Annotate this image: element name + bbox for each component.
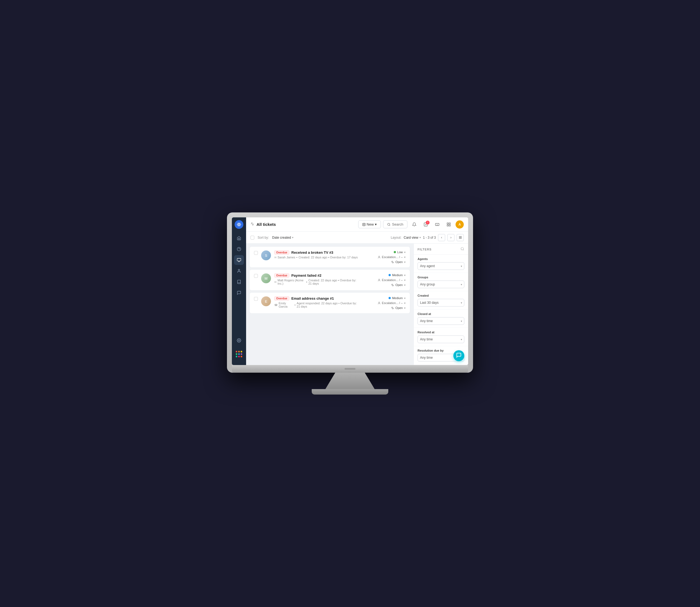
escalation-button[interactable]: Escalation... / -- ▾ (378, 278, 405, 281)
filter-agents-select[interactable]: Any agent (418, 262, 464, 270)
sidebar (232, 217, 246, 365)
overdue-badge: Overdue (274, 250, 289, 255)
filter-created-select[interactable]: Last 30 days (418, 299, 464, 307)
priority-label: Medium (392, 273, 403, 277)
ticket-checkbox[interactable] (254, 297, 258, 301)
app-dot[interactable] (241, 351, 242, 352)
sort-label: Sort by: (258, 236, 269, 239)
ticket-meta: ☎ Emily Garcia • Agent responded: 22 day… (274, 301, 359, 308)
status-button[interactable]: Open ▾ (391, 283, 405, 287)
svg-rect-3 (237, 258, 241, 261)
filter-closed-wrapper: Any time (418, 317, 464, 325)
escalation-label: Escalation... / -- (382, 278, 403, 281)
status-button[interactable]: Open ▾ (391, 260, 405, 264)
priority-chevron-icon: ▾ (404, 297, 405, 300)
app-logo[interactable] (235, 220, 243, 229)
app-dot[interactable] (241, 353, 242, 355)
ticket-meta-separator: • (295, 303, 296, 307)
svg-rect-16 (447, 225, 448, 226)
select-all-checkbox[interactable] (251, 236, 254, 239)
filter-created-wrapper: Last 30 days (418, 299, 464, 307)
ticket-header: Overdue Received a broken TV #3 (274, 250, 359, 255)
escalation-button[interactable]: Escalation... / -- ▾ (378, 301, 405, 305)
sort-button[interactable]: Date created ▾ (272, 236, 293, 239)
keyboard-button[interactable] (432, 220, 442, 229)
escalation-chevron-icon: ▾ (404, 279, 405, 281)
filter-agents-wrapper: Any agent (418, 262, 464, 270)
sidebar-item-settings[interactable] (234, 335, 244, 346)
filter-agents-group: Agents Any agent (414, 255, 468, 273)
next-page-button[interactable] (447, 234, 454, 241)
monitor-stand (325, 373, 375, 389)
escalation-chevron-icon: ▾ (404, 301, 405, 305)
apps-button[interactable] (444, 220, 453, 229)
status-button[interactable]: Open ▾ (391, 306, 405, 310)
filter-resolved-select[interactable]: Any time (418, 335, 464, 343)
layout-button[interactable]: Card view ▾ (404, 236, 421, 239)
status-label: Open (396, 306, 403, 310)
sidebar-item-help[interactable] (234, 244, 244, 254)
filter-search-button[interactable] (461, 247, 464, 252)
tasks-button[interactable]: 7 (421, 220, 430, 229)
ticket-checkbox[interactable] (254, 251, 258, 255)
sidebar-item-tickets[interactable] (234, 255, 244, 265)
priority-chevron-icon: ▾ (404, 251, 405, 254)
app-dot[interactable] (236, 351, 237, 352)
ticket-card[interactable]: M Overdue Payment failed #2 ✉ Matt Roger… (249, 269, 410, 291)
grid-view-button[interactable] (457, 234, 464, 241)
ticket-header: Overdue Payment failed #2 (274, 273, 359, 277)
ticket-customer: Emily Garcia (279, 301, 293, 308)
ticket-avatar: E (261, 296, 271, 306)
priority-button[interactable]: Low ▾ (394, 250, 405, 254)
svg-point-23 (378, 279, 380, 280)
svg-rect-15 (449, 223, 450, 224)
sidebar-item-conversations[interactable] (234, 288, 244, 298)
filter-resolved-label: Resolved at (418, 331, 464, 334)
monitor-base (312, 389, 388, 395)
svg-point-6 (238, 269, 239, 271)
filters-panel: FILTERS Agents (413, 244, 468, 365)
filter-resolved-wrapper: Any time (418, 335, 464, 343)
filter-groups-select[interactable]: Any group (418, 280, 464, 288)
filter-agents-label: Agents (418, 257, 464, 260)
top-header: All tickets New ▾ (246, 217, 468, 232)
svg-rect-19 (461, 236, 461, 237)
filter-first-response-group: First response due by Any time (414, 364, 468, 365)
layout-label: Layout: (391, 236, 401, 239)
toolbar: Sort by: Date created ▾ Layout: Card vie… (246, 232, 468, 244)
sidebar-item-knowledge[interactable] (234, 277, 244, 287)
escalation-icon (378, 301, 381, 305)
new-button[interactable]: New ▾ (358, 221, 381, 228)
app-dot[interactable] (238, 353, 240, 355)
app-dot[interactable] (238, 356, 240, 357)
user-avatar[interactable]: A (455, 221, 464, 229)
filter-closed-select[interactable]: Any time (418, 317, 464, 325)
escalation-label: Escalation... / -- (382, 301, 403, 305)
prev-page-button[interactable] (438, 234, 445, 241)
filter-groups-wrapper: Any group (418, 280, 464, 288)
pagination-info: 1 - 3 of 3 (423, 236, 436, 239)
overdue-badge: Overdue (274, 296, 289, 300)
svg-line-26 (463, 250, 464, 250)
filter-created-group: Created Last 30 days (414, 291, 468, 310)
sidebar-item-home[interactable] (234, 233, 244, 243)
svg-point-11 (387, 223, 390, 225)
notifications-button[interactable] (410, 220, 419, 229)
status-chevron-icon: ▾ (404, 284, 405, 287)
ticket-checkbox[interactable] (254, 274, 258, 278)
app-dot[interactable] (236, 353, 237, 355)
sort-chevron-icon: ▾ (292, 236, 293, 239)
ticket-card[interactable]: S Overdue Received a broken TV #3 ✉ Sara… (249, 246, 410, 268)
svg-point-7 (238, 340, 239, 341)
ticket-card[interactable]: E Overdue Email address change #1 ☎ Emil… (249, 292, 410, 314)
app-dot[interactable] (241, 356, 242, 357)
escalation-button[interactable]: Escalation... / -- ▾ (378, 255, 405, 259)
app-dot[interactable] (236, 356, 237, 357)
sidebar-item-contacts[interactable] (234, 266, 244, 276)
priority-button[interactable]: Medium ▾ (388, 273, 405, 277)
ticket-avatar: S (261, 250, 271, 260)
app-dot[interactable] (238, 351, 240, 352)
search-button[interactable]: Search (383, 221, 407, 228)
priority-button[interactable]: Medium ▾ (388, 296, 405, 300)
fab-button[interactable] (453, 350, 464, 361)
